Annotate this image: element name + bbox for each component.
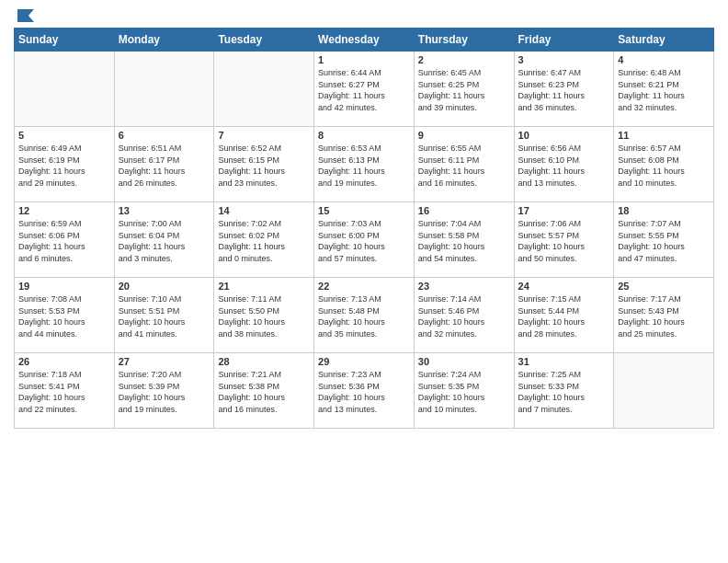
day-number: 21 bbox=[218, 281, 310, 292]
calendar-cell: 15Sunrise: 7:03 AM Sunset: 6:00 PM Dayli… bbox=[314, 202, 415, 278]
calendar-cell: 5Sunrise: 6:49 AM Sunset: 6:19 PM Daylig… bbox=[15, 127, 115, 202]
calendar-cell: 27Sunrise: 7:20 AM Sunset: 5:39 PM Dayli… bbox=[114, 353, 214, 429]
day-number: 27 bbox=[119, 356, 210, 367]
week-row-5: 26Sunrise: 7:18 AM Sunset: 5:41 PM Dayli… bbox=[15, 353, 714, 429]
header-row: SundayMondayTuesdayWednesdayThursdayFrid… bbox=[15, 29, 714, 52]
day-info: Sunrise: 7:14 AM Sunset: 5:46 PM Dayligh… bbox=[418, 293, 510, 339]
calendar-cell: 16Sunrise: 7:04 AM Sunset: 5:58 PM Dayli… bbox=[414, 202, 514, 278]
calendar-cell: 1Sunrise: 6:44 AM Sunset: 6:27 PM Daylig… bbox=[314, 52, 415, 127]
day-info: Sunrise: 7:18 AM Sunset: 5:41 PM Dayligh… bbox=[18, 369, 110, 415]
day-info: Sunrise: 7:23 AM Sunset: 5:36 PM Dayligh… bbox=[318, 369, 410, 415]
day-info: Sunrise: 6:45 AM Sunset: 6:25 PM Dayligh… bbox=[418, 67, 510, 113]
day-number: 19 bbox=[18, 281, 110, 292]
calendar-cell bbox=[614, 353, 714, 429]
calendar-cell: 28Sunrise: 7:21 AM Sunset: 5:38 PM Dayli… bbox=[214, 353, 314, 429]
day-number: 5 bbox=[18, 130, 110, 141]
calendar-cell: 20Sunrise: 7:10 AM Sunset: 5:51 PM Dayli… bbox=[114, 278, 214, 353]
col-header-wednesday: Wednesday bbox=[314, 29, 415, 52]
day-info: Sunrise: 6:47 AM Sunset: 6:23 PM Dayligh… bbox=[518, 67, 610, 113]
logo-flag-icon bbox=[16, 7, 36, 24]
calendar-cell: 8Sunrise: 6:53 AM Sunset: 6:13 PM Daylig… bbox=[314, 127, 415, 202]
day-info: Sunrise: 7:00 AM Sunset: 6:04 PM Dayligh… bbox=[119, 218, 210, 264]
svg-marker-0 bbox=[17, 9, 34, 22]
logo bbox=[14, 9, 36, 20]
day-info: Sunrise: 6:51 AM Sunset: 6:17 PM Dayligh… bbox=[119, 143, 210, 189]
day-number: 11 bbox=[618, 130, 710, 141]
col-header-saturday: Saturday bbox=[614, 29, 714, 52]
calendar-cell: 6Sunrise: 6:51 AM Sunset: 6:17 PM Daylig… bbox=[114, 127, 214, 202]
day-info: Sunrise: 6:52 AM Sunset: 6:15 PM Dayligh… bbox=[218, 143, 310, 189]
week-row-4: 19Sunrise: 7:08 AM Sunset: 5:53 PM Dayli… bbox=[15, 278, 714, 353]
day-info: Sunrise: 7:02 AM Sunset: 6:02 PM Dayligh… bbox=[218, 218, 310, 264]
day-info: Sunrise: 6:44 AM Sunset: 6:27 PM Dayligh… bbox=[318, 67, 410, 113]
calendar-cell bbox=[214, 52, 314, 127]
calendar-cell: 25Sunrise: 7:17 AM Sunset: 5:43 PM Dayli… bbox=[614, 278, 714, 353]
calendar-cell: 13Sunrise: 7:00 AM Sunset: 6:04 PM Dayli… bbox=[114, 202, 214, 278]
day-info: Sunrise: 7:25 AM Sunset: 5:33 PM Dayligh… bbox=[518, 369, 610, 415]
day-number: 18 bbox=[618, 205, 710, 216]
calendar-cell: 17Sunrise: 7:06 AM Sunset: 5:57 PM Dayli… bbox=[514, 202, 614, 278]
col-header-friday: Friday bbox=[514, 29, 614, 52]
day-number: 8 bbox=[318, 130, 410, 141]
page-container: SundayMondayTuesdayWednesdayThursdayFrid… bbox=[0, 0, 728, 433]
day-info: Sunrise: 6:49 AM Sunset: 6:19 PM Dayligh… bbox=[18, 143, 110, 189]
calendar-cell: 12Sunrise: 6:59 AM Sunset: 6:06 PM Dayli… bbox=[15, 202, 115, 278]
week-row-3: 12Sunrise: 6:59 AM Sunset: 6:06 PM Dayli… bbox=[15, 202, 714, 278]
day-number: 16 bbox=[418, 205, 510, 216]
day-info: Sunrise: 7:11 AM Sunset: 5:50 PM Dayligh… bbox=[218, 293, 310, 339]
col-header-monday: Monday bbox=[114, 29, 214, 52]
day-number: 9 bbox=[418, 130, 510, 141]
day-number: 14 bbox=[218, 205, 310, 216]
day-info: Sunrise: 6:56 AM Sunset: 6:10 PM Dayligh… bbox=[518, 143, 610, 189]
calendar-cell: 22Sunrise: 7:13 AM Sunset: 5:48 PM Dayli… bbox=[314, 278, 415, 353]
day-number: 10 bbox=[518, 130, 610, 141]
day-number: 4 bbox=[618, 54, 710, 65]
day-number: 12 bbox=[18, 205, 110, 216]
week-row-2: 5Sunrise: 6:49 AM Sunset: 6:19 PM Daylig… bbox=[15, 127, 714, 202]
calendar-cell: 2Sunrise: 6:45 AM Sunset: 6:25 PM Daylig… bbox=[414, 52, 514, 127]
calendar-cell: 9Sunrise: 6:55 AM Sunset: 6:11 PM Daylig… bbox=[414, 127, 514, 202]
calendar-cell: 26Sunrise: 7:18 AM Sunset: 5:41 PM Dayli… bbox=[15, 353, 115, 429]
day-info: Sunrise: 7:03 AM Sunset: 6:00 PM Dayligh… bbox=[318, 218, 410, 264]
day-info: Sunrise: 6:55 AM Sunset: 6:11 PM Dayligh… bbox=[418, 143, 510, 189]
calendar-cell: 24Sunrise: 7:15 AM Sunset: 5:44 PM Dayli… bbox=[514, 278, 614, 353]
day-number: 26 bbox=[18, 356, 110, 367]
week-row-1: 1Sunrise: 6:44 AM Sunset: 6:27 PM Daylig… bbox=[15, 52, 714, 127]
day-number: 2 bbox=[418, 54, 510, 65]
day-number: 7 bbox=[218, 130, 310, 141]
calendar-cell: 30Sunrise: 7:24 AM Sunset: 5:35 PM Dayli… bbox=[414, 353, 514, 429]
calendar-table: SundayMondayTuesdayWednesdayThursdayFrid… bbox=[14, 28, 714, 429]
day-info: Sunrise: 7:07 AM Sunset: 5:55 PM Dayligh… bbox=[618, 218, 710, 264]
day-number: 28 bbox=[218, 356, 310, 367]
calendar-cell: 29Sunrise: 7:23 AM Sunset: 5:36 PM Dayli… bbox=[314, 353, 415, 429]
day-number: 15 bbox=[318, 205, 410, 216]
day-number: 13 bbox=[119, 205, 210, 216]
day-number: 20 bbox=[119, 281, 210, 292]
day-info: Sunrise: 6:53 AM Sunset: 6:13 PM Dayligh… bbox=[318, 143, 410, 189]
calendar-cell: 11Sunrise: 6:57 AM Sunset: 6:08 PM Dayli… bbox=[614, 127, 714, 202]
calendar-cell: 23Sunrise: 7:14 AM Sunset: 5:46 PM Dayli… bbox=[414, 278, 514, 353]
day-number: 25 bbox=[618, 281, 710, 292]
day-number: 30 bbox=[418, 356, 510, 367]
day-info: Sunrise: 7:15 AM Sunset: 5:44 PM Dayligh… bbox=[518, 293, 610, 339]
day-info: Sunrise: 7:04 AM Sunset: 5:58 PM Dayligh… bbox=[418, 218, 510, 264]
calendar-cell bbox=[15, 52, 115, 127]
day-number: 31 bbox=[518, 356, 610, 367]
calendar-cell: 7Sunrise: 6:52 AM Sunset: 6:15 PM Daylig… bbox=[214, 127, 314, 202]
col-header-thursday: Thursday bbox=[414, 29, 514, 52]
day-number: 24 bbox=[518, 281, 610, 292]
calendar-cell bbox=[114, 52, 214, 127]
day-info: Sunrise: 6:57 AM Sunset: 6:08 PM Dayligh… bbox=[618, 143, 710, 189]
day-number: 6 bbox=[119, 130, 210, 141]
day-info: Sunrise: 7:06 AM Sunset: 5:57 PM Dayligh… bbox=[518, 218, 610, 264]
day-info: Sunrise: 7:17 AM Sunset: 5:43 PM Dayligh… bbox=[618, 293, 710, 339]
col-header-sunday: Sunday bbox=[15, 29, 115, 52]
calendar-cell: 14Sunrise: 7:02 AM Sunset: 6:02 PM Dayli… bbox=[214, 202, 314, 278]
calendar-cell: 31Sunrise: 7:25 AM Sunset: 5:33 PM Dayli… bbox=[514, 353, 614, 429]
header bbox=[14, 9, 714, 20]
day-number: 23 bbox=[418, 281, 510, 292]
day-info: Sunrise: 7:13 AM Sunset: 5:48 PM Dayligh… bbox=[318, 293, 410, 339]
day-number: 29 bbox=[318, 356, 410, 367]
calendar-cell: 4Sunrise: 6:48 AM Sunset: 6:21 PM Daylig… bbox=[614, 52, 714, 127]
day-info: Sunrise: 7:10 AM Sunset: 5:51 PM Dayligh… bbox=[119, 293, 210, 339]
